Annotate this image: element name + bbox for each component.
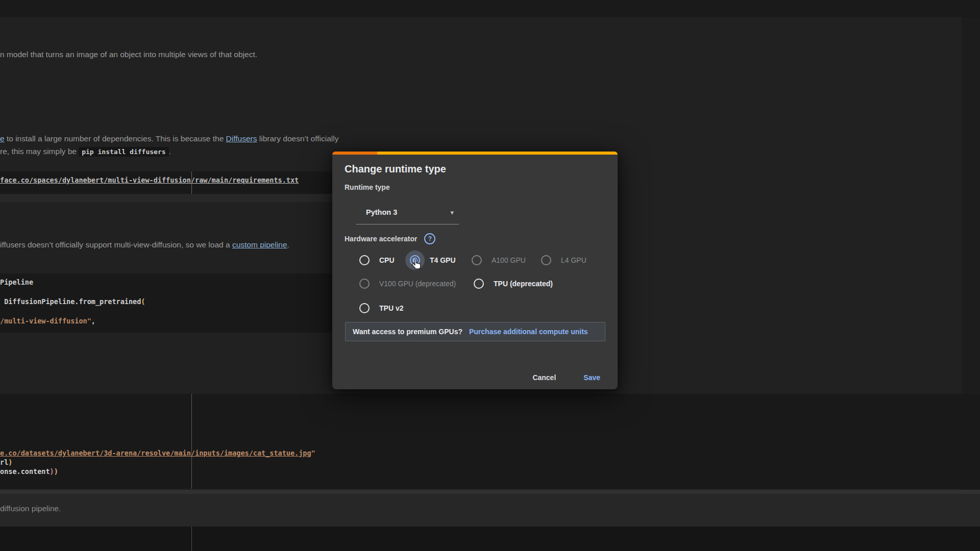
markdown-text: diffusion pipeline. [0,504,61,513]
dialog-progress-bar [332,152,618,155]
hardware-accelerator-label: Hardware accelerator [345,235,417,243]
radio-circle-icon [472,255,482,265]
cell-boundary-band [0,490,980,494]
cancel-button[interactable]: Cancel [527,370,561,385]
code-url-link[interactable]: e.co/datasets/dylanebert/3d-arena/resolv… [0,449,311,457]
radio-tpu-deprecated[interactable]: TPU (deprecated) [474,278,553,290]
diffusers-link[interactable]: Diffusers [226,134,257,143]
radio-v100-gpu[interactable]: V100 GPU (deprecated) [359,278,456,290]
paragraph-text: . [287,240,289,249]
radio-label: L4 GPU [561,256,586,264]
code-line: e.co/datasets/dylanebert/3d-arena/resolv… [0,449,315,457]
premium-gpu-banner: Want access to premium GPUs? Purchase ad… [345,322,605,341]
radio-l4-gpu[interactable]: L4 GPU [541,254,586,266]
radio-a100-gpu[interactable]: A100 GPU [472,254,526,266]
code-cell-bottom [0,527,980,551]
code-cell-download [0,394,980,489]
code-line: /multi-view-diffusion", [0,317,95,325]
markdown-paragraph: re, this may simply be pip install diffu… [0,147,171,156]
paragraph-text: library doesn’t officially [257,134,338,143]
code-line: Pipeline [0,278,33,286]
radio-label: V100 GPU (deprecated) [379,280,456,288]
save-button[interactable]: Save [578,370,605,385]
radio-label: TPU v2 [379,304,403,312]
markdown-cell [0,494,980,527]
radio-cpu[interactable]: CPU [359,254,395,266]
inline-code: pip install diffusers [79,147,168,157]
cell-divider-line [191,527,192,551]
dialog-actions: Cancel Save [332,368,618,387]
radio-circle-icon [359,279,370,289]
cell-divider-line [191,394,192,489]
markdown-text: n model that turns an image of an object… [0,50,257,59]
radio-label: T4 GPU [430,256,456,264]
radio-circle-icon [359,303,370,313]
code-line: rl) [0,458,12,466]
paragraph-text: to install a large number of dependencie… [5,134,226,143]
radio-circle-icon [541,255,551,265]
change-runtime-dialog: Change runtime type Runtime type Python … [332,152,618,389]
radio-label: CPU [379,256,395,264]
runtime-type-value: Python 3 [366,208,397,216]
notebook-page: n model that turns an image of an object… [0,0,980,551]
runtime-type-select[interactable]: Python 3 ▾ [356,201,459,224]
radio-label: TPU (deprecated) [494,280,553,288]
help-icon[interactable]: ? [424,233,435,244]
code-line: onse.content)) [0,467,58,475]
radio-circle-icon [359,255,370,265]
pointer-cursor-icon [410,257,423,271]
radio-label: A100 GPU [492,256,526,264]
cell-divider-line [191,171,192,194]
radio-tpu-v2[interactable]: TPU v2 [359,302,403,314]
radio-circle-icon [474,279,484,289]
paragraph-text: . [169,147,171,156]
cell-toolbar-band [0,194,338,202]
paragraph-text: re, this may simply be [0,147,79,156]
runtime-type-label: Runtime type [345,183,390,191]
requirements-url-link[interactable]: face.co/spaces/dylanebert/multi-view-dif… [0,176,299,184]
dialog-title: Change runtime type [345,163,446,175]
purchase-compute-units-link[interactable]: Purchase additional compute units [469,328,588,336]
premium-banner-text: Want access to premium GPUs? [353,328,462,336]
hardware-accelerator-row: Hardware accelerator ? [345,233,435,244]
top-strip [0,0,980,17]
chevron-down-icon: ▾ [450,209,454,216]
cut-link[interactable]: e [0,134,5,143]
paragraph-text: iffusers doesn’t officially support mult… [0,240,232,249]
markdown-paragraph: iffusers doesn’t officially support mult… [0,240,289,249]
markdown-paragraph: e to install a large number of dependenc… [0,134,338,143]
code-line: DiffusionPipeline.from_pretrained( [0,297,145,306]
custom-pipeline-link[interactable]: custom pipeline [232,240,287,249]
